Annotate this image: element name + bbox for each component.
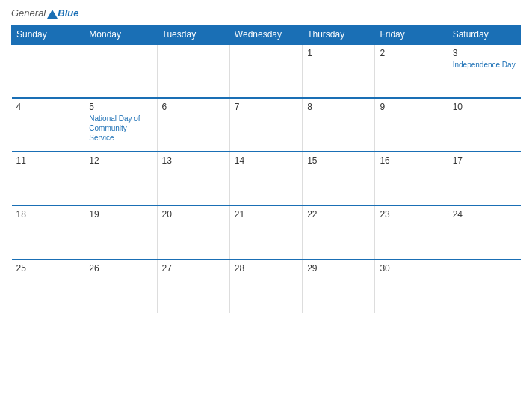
calendar-cell: 10: [448, 98, 520, 152]
logo-blue-text: Blue: [58, 7, 78, 19]
day-number: 8: [307, 102, 370, 112]
day-number: 21: [235, 209, 297, 220]
day-number: 12: [89, 155, 152, 166]
day-number: 6: [162, 102, 225, 112]
day-number: 5: [89, 102, 152, 112]
calendar-cell: 17: [448, 152, 520, 206]
day-header-monday: Monday: [84, 25, 157, 45]
day-number: 4: [16, 102, 80, 112]
day-number: 7: [235, 102, 297, 112]
day-header-sunday: Sunday: [12, 25, 84, 45]
day-number: 19: [89, 209, 152, 220]
logo: GeneralBlue: [11, 7, 78, 19]
day-number: 2: [380, 48, 442, 58]
days-header-row: SundayMondayTuesdayWednesdayThursdayFrid…: [12, 25, 521, 45]
calendar-cell: [12, 44, 84, 98]
day-header-thursday: Thursday: [303, 25, 375, 45]
day-number: 14: [235, 155, 297, 166]
calendar-cell: 20: [157, 206, 229, 259]
day-header-wednesday: Wednesday: [229, 25, 302, 45]
calendar-cell: 29: [303, 259, 375, 313]
calendar-cell: 4: [12, 98, 84, 152]
day-header-tuesday: Tuesday: [157, 25, 229, 45]
day-header-friday: Friday: [375, 25, 448, 45]
calendar-cell: 9: [375, 98, 448, 152]
calendar-cell: 30: [375, 259, 448, 313]
calendar-cell: 7: [229, 98, 302, 152]
day-number: 26: [89, 263, 152, 274]
calendar-cell: 26: [84, 259, 157, 313]
day-number: 3: [453, 48, 516, 58]
day-number: 15: [307, 155, 370, 166]
event-label: National Day of Community Service: [89, 114, 152, 143]
day-number: 10: [453, 102, 516, 112]
event-label: Independence Day: [453, 60, 516, 69]
calendar-cell: 28: [229, 259, 302, 313]
calendar-cell: [157, 44, 229, 98]
calendar-cell: 5National Day of Community Service: [84, 98, 157, 152]
calendar-cell: 14: [229, 152, 302, 206]
calendar-cell: 1: [303, 44, 375, 98]
calendar-wrapper: GeneralBlue SundayMondayTuesdayWednesday…: [0, 0, 532, 411]
day-number: 18: [16, 209, 80, 220]
calendar-table: SundayMondayTuesdayWednesdayThursdayFrid…: [11, 25, 521, 313]
logo-triangle-icon: [47, 10, 58, 19]
day-number: 25: [16, 263, 80, 274]
day-number: 1: [307, 48, 370, 58]
calendar-cell: [84, 44, 157, 98]
calendar-cell: 18: [12, 206, 84, 259]
day-number: 22: [307, 209, 370, 220]
calendar-cell: 8: [303, 98, 375, 152]
day-number: 27: [162, 263, 225, 274]
day-number: 20: [162, 209, 225, 220]
calendar-week-row: 45National Day of Community Service67891…: [12, 98, 521, 152]
day-number: 28: [235, 263, 297, 274]
calendar-week-row: 18192021222324: [12, 206, 521, 259]
calendar-week-row: 123Independence Day: [12, 44, 521, 98]
day-number: 16: [380, 155, 442, 166]
calendar-cell: 6: [157, 98, 229, 152]
logo-general-text: General: [11, 7, 46, 19]
day-number: 9: [380, 102, 442, 112]
calendar-cell: 27: [157, 259, 229, 313]
day-number: 29: [307, 263, 370, 274]
calendar-header: GeneralBlue: [11, 7, 521, 19]
day-number: 23: [380, 209, 442, 220]
calendar-cell: 2: [375, 44, 448, 98]
calendar-week-row: 252627282930: [12, 259, 521, 313]
calendar-week-row: 11121314151617: [12, 152, 521, 206]
day-number: 17: [453, 155, 516, 166]
calendar-cell: 12: [84, 152, 157, 206]
calendar-cell: 11: [12, 152, 84, 206]
calendar-cell: 15: [303, 152, 375, 206]
calendar-cell: 13: [157, 152, 229, 206]
calendar-cell: 22: [303, 206, 375, 259]
calendar-cell: 23: [375, 206, 448, 259]
day-number: 30: [380, 263, 442, 274]
day-header-saturday: Saturday: [448, 25, 520, 45]
calendar-cell: 16: [375, 152, 448, 206]
calendar-cell: [448, 259, 520, 313]
calendar-cell: 21: [229, 206, 302, 259]
day-number: 24: [453, 209, 516, 220]
day-number: 13: [162, 155, 225, 166]
calendar-cell: 3Independence Day: [448, 44, 520, 98]
calendar-cell: 25: [12, 259, 84, 313]
calendar-cell: [229, 44, 302, 98]
day-number: 11: [16, 155, 80, 166]
calendar-cell: 19: [84, 206, 157, 259]
calendar-cell: 24: [448, 206, 520, 259]
